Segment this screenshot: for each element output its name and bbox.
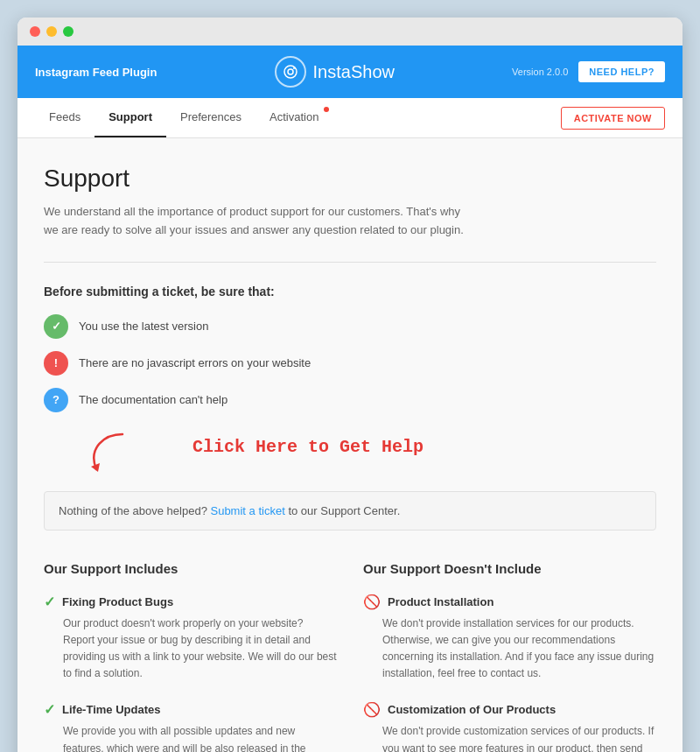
activate-now-button[interactable]: ACTIVATE NOW — [561, 107, 665, 130]
main-content: Support We understand all the importance… — [18, 138, 682, 752]
ticket-box: Nothing of the above helped? Submit a ti… — [44, 491, 656, 531]
checklist-item-text: You use the latest version — [79, 320, 208, 333]
tab-support[interactable]: Support — [94, 98, 166, 137]
close-icon[interactable] — [30, 26, 40, 37]
support-excludes-col: Our Support Doesn't Include 🚫 Product In… — [363, 561, 656, 752]
maximize-icon[interactable] — [63, 26, 74, 37]
checkmark-icon: ✓ — [44, 594, 55, 610]
support-item: ✓ Fixing Product Bugs Our product doesn'… — [44, 594, 337, 683]
checkmark-icon: ✓ — [44, 701, 55, 718]
support-item-title: Product Installation — [388, 595, 494, 608]
logo-text: InstaShow — [313, 62, 395, 82]
click-here-section: Click Here to Get Help — [79, 430, 656, 474]
support-item-desc: We don't provide installation services f… — [363, 615, 656, 683]
divider — [44, 262, 656, 263]
arrow-icon — [79, 430, 131, 474]
support-includes-col: Our Support Includes ✓ Fixing Product Bu… — [44, 561, 337, 752]
ticket-text-after: to our Support Center. — [288, 504, 400, 517]
ticket-text-before: Nothing of the above helped? — [59, 504, 207, 517]
support-item: 🚫 Customization of Our Products We don't… — [363, 701, 656, 752]
support-item-desc: We don't provide customization services … — [363, 723, 656, 752]
brand-name: Instagram Feed Plugin — [35, 66, 157, 79]
support-excludes-title: Our Support Doesn't Include — [363, 561, 656, 576]
support-item: 🚫 Product Installation We don't provide … — [363, 594, 656, 683]
check-green-icon: ✓ — [44, 314, 68, 339]
header-right: Version 2.0.0 NEED HELP? — [512, 61, 665, 82]
support-item-title: Customization of Our Products — [388, 703, 556, 716]
submit-ticket-link[interactable]: Submit a ticket — [210, 504, 284, 517]
support-item: ✓ Life-Time Updates We provide you with … — [44, 701, 337, 752]
checklist-item: ! There are no javascript errors on your… — [44, 351, 656, 376]
support-columns: Our Support Includes ✓ Fixing Product Bu… — [44, 561, 656, 752]
checklist-item: ✓ You use the latest version — [44, 314, 656, 339]
checklist-items: ✓ You use the latest version ! There are… — [44, 314, 656, 412]
nav-bar: Feeds Support Preferences Activation ACT… — [18, 98, 682, 138]
support-item-desc: We provide you with all possible updates… — [44, 723, 337, 752]
app-header: Instagram Feed Plugin InstaShow Version … — [18, 46, 682, 98]
support-item-title: Life-Time Updates — [62, 703, 160, 716]
block-icon: 🚫 — [363, 594, 381, 610]
page-title: Support — [44, 165, 656, 193]
check-blue-icon: ? — [44, 388, 68, 412]
checklist-item-text: The documentation can't help — [79, 393, 228, 406]
tab-preferences[interactable]: Preferences — [166, 98, 256, 137]
checklist-item: ? The documentation can't help — [44, 388, 656, 412]
svg-point-1 — [288, 69, 293, 74]
need-help-button[interactable]: NEED HELP? — [578, 61, 665, 82]
block-icon: 🚫 — [363, 701, 381, 718]
check-red-icon: ! — [44, 351, 68, 376]
activation-dot — [324, 107, 329, 112]
support-item-header: 🚫 Product Installation — [363, 594, 656, 610]
support-item-header: ✓ Life-Time Updates — [44, 701, 337, 718]
arrow-annotation — [79, 430, 131, 474]
support-item-desc: Our product doesn't work properly on you… — [44, 615, 337, 683]
svg-point-0 — [284, 66, 297, 78]
support-item-header: ✓ Fixing Product Bugs — [44, 594, 337, 610]
logo-icon — [275, 56, 306, 88]
support-item-title: Fixing Product Bugs — [62, 595, 173, 608]
tab-activation[interactable]: Activation — [256, 98, 332, 137]
version-text: Version 2.0.0 — [512, 67, 568, 77]
support-includes-title: Our Support Includes — [44, 561, 337, 576]
page-subtitle: We understand all the importance of prod… — [44, 203, 464, 240]
logo: InstaShow — [275, 56, 395, 88]
tab-feeds[interactable]: Feeds — [35, 98, 94, 137]
checklist-item-text: There are no javascript errors on your w… — [79, 356, 311, 369]
svg-point-2 — [293, 67, 295, 69]
click-here-text: Click Here to Get Help — [192, 437, 424, 457]
support-item-header: 🚫 Customization of Our Products — [363, 701, 656, 718]
app-window: Instagram Feed Plugin InstaShow Version … — [18, 18, 682, 752]
titlebar — [18, 18, 682, 46]
checklist-title: Before submitting a ticket, be sure that… — [44, 285, 656, 299]
minimize-icon[interactable] — [46, 26, 57, 37]
nav-tabs: Feeds Support Preferences Activation — [35, 98, 332, 137]
